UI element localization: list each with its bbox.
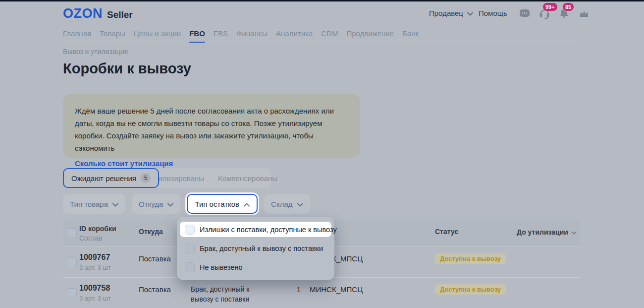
- nav-tovary[interactable]: Товары: [100, 29, 125, 38]
- premium-crown-icon[interactable]: [578, 7, 590, 20]
- tab-ozhidayut-resheniya[interactable]: Ожидают решения 5: [63, 168, 159, 188]
- dropdown-option-izlishki[interactable]: Излишки с поставки, доступные к вывозу: [180, 222, 331, 237]
- col-header-until-utilization[interactable]: До утилизации: [517, 228, 577, 237]
- filter-stock-type[interactable]: Тип остатков: [187, 194, 258, 214]
- box-contents: 3 арт, 3 шт: [79, 264, 111, 271]
- support-headset-icon[interactable]: 99+: [538, 7, 551, 20]
- warehouse-value: МИНСК_МПСЦ: [310, 285, 363, 294]
- nav-finansy[interactable]: Финансы: [236, 29, 268, 38]
- filter-bar: Тип товара Откуда Тип остатков Склад: [63, 194, 310, 214]
- chevron-down-icon: [467, 9, 473, 17]
- tab-kompensirovany[interactable]: Компенсированы: [218, 174, 277, 183]
- stock-type-dropdown: Излишки с поставки, доступные к вывозу Б…: [177, 217, 334, 280]
- breadcrumb[interactable]: Вывоз и утилизация: [63, 48, 128, 56]
- origin-value: Поставка: [139, 254, 171, 263]
- nav-fbs[interactable]: FBS: [214, 29, 228, 38]
- nav-fbo[interactable]: FBO: [189, 29, 205, 38]
- nav-analitika[interactable]: Аналитика: [276, 29, 313, 38]
- col-header-status: Статус: [435, 228, 458, 236]
- nav-tseny-i-aktsii[interactable]: Цены и акции: [134, 29, 181, 38]
- ozon-seller-page: OZON Seller Продавец Помощь 99+ 85 Главн…: [0, 0, 644, 308]
- notifications-bell-icon[interactable]: 85: [558, 7, 571, 20]
- box-id: 1009758: [79, 284, 111, 293]
- header-icons: 99+ 85: [518, 7, 590, 20]
- option-checkbox[interactable]: [185, 244, 195, 253]
- origin-value: Поставка: [139, 285, 171, 294]
- row-checkbox[interactable]: [67, 288, 77, 298]
- filter-origin[interactable]: Откуда: [132, 194, 180, 214]
- stock-type-value: Брак, доступный к вывозу с поставки: [191, 284, 265, 304]
- filter-warehouse[interactable]: Склад: [264, 194, 310, 214]
- places-value: 1: [288, 285, 301, 294]
- active-tab-count-badge: 5: [141, 173, 151, 183]
- col-header-contents: Состав: [79, 234, 116, 242]
- row-checkbox[interactable]: [67, 257, 77, 267]
- logo-suffix: Seller: [107, 9, 133, 20]
- notifications-badge: 85: [562, 2, 574, 11]
- support-badge: 99+: [542, 2, 558, 11]
- dropdown-option-ne-vyvezeno[interactable]: Не вывезено: [180, 259, 331, 275]
- active-tab-label: Ожидают решения: [71, 174, 136, 183]
- page-title: Коробки к вывозу: [63, 61, 191, 77]
- main-nav: Главная Товары Цены и акции FBO FBS Фина…: [63, 29, 419, 38]
- info-text: Ждём ваше решение 5 дней после согласова…: [75, 105, 348, 154]
- nav-divider: [63, 43, 581, 43]
- chevron-down-icon: [297, 200, 303, 208]
- utilization-info-box: Ждём ваше решение 5 дней после согласова…: [63, 94, 360, 158]
- chat-icon[interactable]: [518, 7, 531, 20]
- col-header-origin: Откуда: [139, 228, 163, 236]
- table-row[interactable]: 1009758 3 арт, 3 шт Поставка Брак, досту…: [63, 277, 581, 308]
- help-link[interactable]: Помощь: [479, 9, 507, 17]
- filter-product-type[interactable]: Тип товара: [63, 194, 125, 214]
- option-checkbox[interactable]: [185, 225, 195, 235]
- ozon-seller-logo[interactable]: OZON Seller: [63, 6, 133, 21]
- chevron-down-icon: [112, 200, 118, 208]
- select-all-checkbox[interactable]: [67, 228, 77, 238]
- box-id: 1009767: [79, 253, 111, 262]
- utilization-cost-link[interactable]: Сколько стоит утилизация: [75, 159, 348, 168]
- nav-bank[interactable]: Банк: [402, 29, 419, 38]
- nav-prodvizhenie[interactable]: Продвижение: [346, 29, 394, 38]
- status-badge: Доступна к вывозу: [435, 284, 506, 295]
- dropdown-option-brak[interactable]: Брак, доступный к вывозу с поставки: [180, 241, 331, 256]
- window-top-bar: [0, 0, 644, 1]
- chevron-down-icon: [167, 200, 173, 208]
- box-contents: 3 арт, 3 шт: [79, 295, 111, 302]
- logo-brand: OZON: [63, 6, 103, 21]
- nav-crm[interactable]: CRM: [321, 29, 338, 38]
- sort-chevron-down-icon: [571, 228, 577, 237]
- account-label: Продавец: [429, 9, 463, 17]
- option-checkbox[interactable]: [185, 262, 195, 272]
- chevron-up-icon: [244, 200, 250, 208]
- status-badge: Доступна к вывозу: [435, 253, 506, 264]
- nav-glavnaya[interactable]: Главная: [63, 29, 91, 38]
- col-header-box-id: ID коробки: [79, 225, 116, 233]
- account-switcher[interactable]: Продавец: [429, 9, 473, 17]
